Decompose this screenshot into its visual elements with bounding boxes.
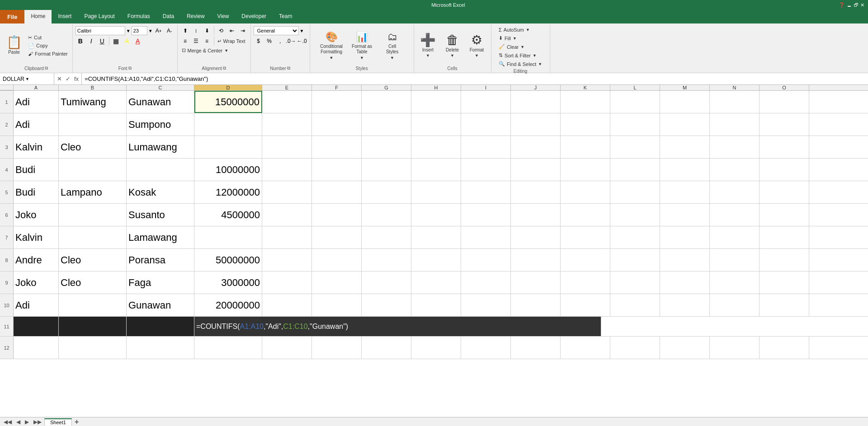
cell-n4[interactable] [710, 159, 760, 181]
number-format-dropdown[interactable]: General Number Currency [254, 26, 299, 35]
col-header-h[interactable]: H [411, 85, 461, 90]
cell-l1[interactable] [610, 91, 660, 113]
cell-d8[interactable]: 50000000 [194, 249, 262, 271]
align-middle-button[interactable]: ↕ [191, 26, 201, 35]
col-header-e[interactable]: E [262, 85, 312, 90]
cell-c8[interactable]: Poransa [127, 249, 194, 271]
cell-c6[interactable]: Susanto [127, 204, 194, 226]
cell-d4[interactable]: 10000000 [194, 159, 262, 181]
increase-font-button[interactable]: A+ [154, 26, 164, 35]
sort-filter-button[interactable]: ⇅ Sort & Filter ▼ [497, 51, 538, 59]
indent-increase-button[interactable]: ⇥ [238, 26, 248, 35]
col-header-f[interactable]: F [312, 85, 362, 90]
percent-button[interactable]: % [264, 37, 274, 46]
cell-e5[interactable] [262, 181, 312, 203]
formula-bar-content[interactable]: =COUNTIFS(A1:A10,"Adi",C1:C10,"Gunawan") [82, 75, 868, 82]
row-number-6[interactable]: 6 [0, 204, 14, 226]
cell-a9[interactable]: Joko [14, 272, 59, 294]
cell-f6[interactable] [312, 204, 362, 226]
cell-row12-9[interactable] [511, 337, 561, 359]
cell-e4[interactable] [262, 159, 312, 181]
cell-row12-11[interactable] [610, 337, 660, 359]
cell-b3[interactable]: Cleo [59, 136, 127, 158]
merge-center-button[interactable]: ⊡ Merge & Center ▼ [180, 47, 230, 54]
font-color-button[interactable]: A [133, 37, 143, 46]
cell-o8[interactable] [760, 249, 809, 271]
copy-button[interactable]: 📄 Copy [26, 42, 70, 50]
cell-g2[interactable] [362, 113, 411, 136]
cell-h4[interactable] [411, 159, 461, 181]
number-format-dropdown-icon[interactable]: ▼ [300, 28, 304, 33]
row-number-10[interactable]: 10 [0, 294, 14, 316]
align-left-button[interactable]: ≡ [180, 37, 190, 46]
cell-h2[interactable] [411, 113, 461, 136]
tab-insert[interactable]: Insert [52, 10, 78, 23]
cell-h10[interactable] [411, 294, 461, 316]
cell-g10[interactable] [362, 294, 411, 316]
cell-a5[interactable]: Budi [14, 181, 59, 203]
cell-a2[interactable]: Adi [14, 113, 59, 136]
cell-row12-5[interactable] [312, 337, 362, 359]
tab-team[interactable]: Team [273, 10, 298, 23]
cell-l5[interactable] [610, 181, 660, 203]
cell-m6[interactable] [660, 204, 710, 226]
fill-dropdown-icon[interactable]: ▼ [513, 36, 517, 41]
delete-button[interactable]: 🗑 Delete ▼ [441, 32, 464, 60]
tab-view[interactable]: View [211, 10, 236, 23]
align-top-button[interactable]: ⬆ [180, 26, 190, 35]
cell-e6[interactable] [262, 204, 312, 226]
find-select-button[interactable]: 🔍 Find & Select ▼ [497, 60, 544, 68]
cell-o10[interactable] [760, 294, 809, 316]
cell-j4[interactable] [511, 159, 561, 181]
cell-i10[interactable] [461, 294, 511, 316]
cell-b2[interactable] [59, 113, 127, 136]
tab-review[interactable]: Review [180, 10, 211, 23]
cell-styles-button[interactable]: 🗂 CellStyles ▼ [377, 29, 407, 62]
cell-k3[interactable] [561, 136, 610, 158]
cell-j8[interactable] [511, 249, 561, 271]
cf-dropdown-icon[interactable]: ▼ [330, 56, 334, 60]
col-header-n[interactable]: N [710, 85, 760, 90]
cell-k8[interactable] [561, 249, 610, 271]
cell-k1[interactable] [561, 91, 610, 113]
cell-k10[interactable] [561, 294, 610, 316]
cell-o1[interactable] [760, 91, 809, 113]
cell-h9[interactable] [411, 272, 461, 294]
cell-k7[interactable] [561, 226, 610, 248]
sheet-nav-last[interactable]: ▶▶ [32, 419, 43, 425]
cell-k9[interactable] [561, 272, 610, 294]
cell-d7[interactable] [194, 226, 262, 248]
cell-c4[interactable] [127, 159, 194, 181]
cell-e9[interactable] [262, 272, 312, 294]
cell-c9[interactable]: Faga [127, 272, 194, 294]
cell-d11[interactable]: =COUNTIFS(A1:A10,"Adi",C1:C10,"Gunawan") [194, 317, 601, 336]
fill-button[interactable]: ⬇ Fill ▼ [497, 34, 519, 42]
cell-c1[interactable]: Gunawan [127, 91, 194, 113]
comma-button[interactable]: , [275, 37, 285, 46]
cell-h5[interactable] [411, 181, 461, 203]
currency-button[interactable]: $ [254, 37, 264, 46]
tab-home[interactable]: Home [24, 10, 52, 23]
cell-e1[interactable] [262, 91, 312, 113]
cell-f2[interactable] [312, 113, 362, 136]
cell-j9[interactable] [511, 272, 561, 294]
cell-l8[interactable] [610, 249, 660, 271]
sheet-nav-next[interactable]: ▶ [23, 419, 31, 425]
cell-m9[interactable] [660, 272, 710, 294]
cell-row12-7[interactable] [411, 337, 461, 359]
cell-b1[interactable]: Tumiwang [59, 91, 127, 113]
sheet-nav-prev[interactable]: ◀ [14, 419, 22, 425]
cell-g6[interactable] [362, 204, 411, 226]
wrap-text-button[interactable]: ↵ Wrap Text [216, 38, 247, 45]
cell-f10[interactable] [312, 294, 362, 316]
cell-o4[interactable] [760, 159, 809, 181]
format-button[interactable]: ⚙ Format ▼ [466, 32, 488, 60]
row-number-4[interactable]: 4 [0, 159, 14, 181]
cell-n10[interactable] [710, 294, 760, 316]
cell-i7[interactable] [461, 226, 511, 248]
cell-d9[interactable]: 3000000 [194, 272, 262, 294]
cell-row12-1[interactable] [59, 337, 127, 359]
cell-b10[interactable] [59, 294, 127, 316]
merge-center-dropdown-icon[interactable]: ▼ [224, 48, 228, 53]
cell-m3[interactable] [660, 136, 710, 158]
